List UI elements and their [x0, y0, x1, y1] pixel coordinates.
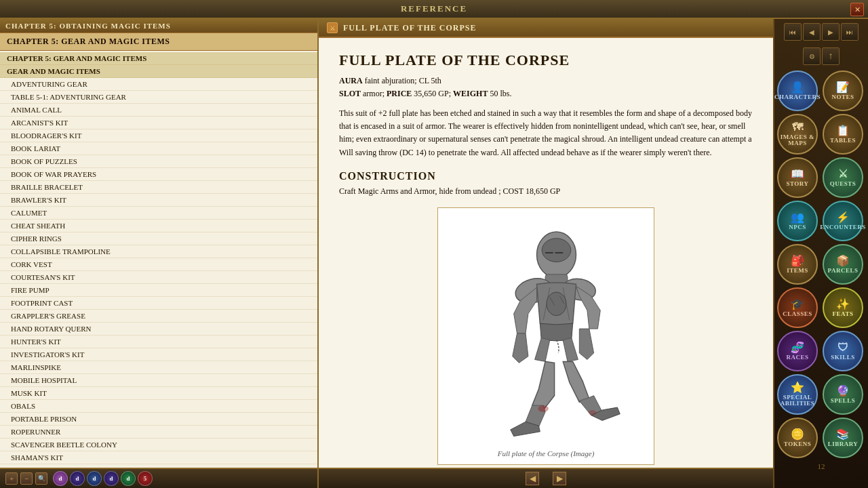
aura-label: AURA	[339, 76, 363, 85]
nav-btn-label: Quests	[830, 181, 856, 187]
sidebar-item[interactable]: FOOTPRINT CAST	[0, 297, 317, 310]
nav-btn-races[interactable]: 🧬Races	[777, 331, 818, 371]
die-5[interactable]: d	[121, 471, 136, 486]
tab-title: FULL PLATE OF THE CORPSE	[343, 23, 476, 33]
item-image-container: Full plate of the Corpse (Image)	[437, 207, 654, 465]
nav-icon: 🔮	[836, 386, 850, 396]
nav-btn-label: Images & Maps	[778, 134, 816, 146]
zoom-out-button[interactable]: −	[20, 472, 33, 485]
nav-btn-characters[interactable]: 👤Characters	[777, 70, 818, 111]
nav-icon: 📋	[836, 125, 850, 136]
nav-btn-label: Tables	[830, 138, 856, 144]
title-bar-text: Reference	[401, 3, 467, 14]
nav-btn-items[interactable]: 🎒Items	[777, 244, 818, 285]
sidebar-item[interactable]: HAND ROTARY QUERN	[0, 323, 317, 336]
close-button[interactable]: ✕	[850, 3, 864, 16]
sidebar-item[interactable]: MOBILE HOSPITAL	[0, 374, 317, 387]
next-button[interactable]: ▶	[553, 472, 566, 485]
sidebar-item[interactable]: CHAPTER 5: GEAR AND MAGIC ITEMS	[0, 52, 317, 65]
right-sidebar: ⏮ ◀ ▶ ⏭ ⚙ ↑ 👤Characters📝Notes🗺Images & M…	[773, 19, 868, 488]
nav-btn-story[interactable]: 📖Story	[777, 157, 818, 198]
nav-btn-feats[interactable]: ✨Feats	[823, 287, 863, 328]
sidebar-item[interactable]: BRAWLER'S KIT	[0, 194, 317, 207]
search-button[interactable]: 🔍	[35, 472, 47, 485]
nav-btn-classes[interactable]: 🎓Classes	[777, 287, 818, 328]
svg-point-14	[589, 410, 597, 415]
tab-icon: ⚔	[327, 22, 338, 33]
nav-btn-skills[interactable]: 🛡Skills	[823, 331, 863, 371]
item-slot: SLOT armor; PRICE 35,650 GP; WEIGHT 50 l…	[339, 89, 753, 99]
top-mini-row-2: ⚙ ↑	[777, 46, 865, 66]
sidebar-item[interactable]: COLLAPSIBLE TRAMPOLINE	[0, 245, 317, 258]
sidebar-item[interactable]: CORK VEST	[0, 258, 317, 271]
aura-value: faint abjuration; CL 5th	[365, 76, 441, 85]
sidebar-list: CHAPTER 5: GEAR AND MAGIC ITEMSGEAR AND …	[0, 51, 317, 468]
construction-text: Craft Magic Arms and Armor, hide from un…	[339, 186, 753, 197]
mini-btn-6[interactable]: ↑	[822, 47, 840, 65]
die-4[interactable]: d	[104, 471, 119, 486]
die-2[interactable]: d	[70, 471, 85, 486]
mini-btn-5[interactable]: ⚙	[803, 47, 821, 65]
mini-btn-4[interactable]: ⏭	[841, 23, 859, 41]
nav-icon: ✨	[836, 299, 850, 310]
nav-btn-images-&-maps[interactable]: 🗺Images & Maps	[777, 114, 818, 155]
slot-value: armor;	[363, 89, 384, 98]
item-title: Full Plate of the Corpse	[339, 52, 753, 69]
sidebar-item[interactable]: MARLINSPIKE	[0, 361, 317, 374]
mini-btn-2[interactable]: ◀	[803, 23, 821, 41]
sidebar-item[interactable]: OBALS	[0, 400, 317, 413]
sidebar-item[interactable]: CHEAT SHEATH	[0, 220, 317, 232]
nav-btn-label: Items	[787, 268, 808, 274]
prev-button[interactable]: ◀	[526, 472, 539, 485]
nav-btn-tables[interactable]: 📋Tables	[823, 114, 863, 155]
nav-btn-label: NPCs	[789, 224, 806, 230]
sidebar-item[interactable]: HUNTER'S KIT	[0, 336, 317, 348]
sidebar-item[interactable]: BRAILLE BRACELET	[0, 181, 317, 194]
nav-btn-parcels[interactable]: 📦Parcels	[823, 244, 863, 285]
sidebar-item[interactable]: SHAMAN'S KIT	[0, 451, 317, 464]
sidebar-item[interactable]: COURTESAN'S KIT	[0, 271, 317, 284]
nav-btn-tokens[interactable]: 🪙Tokens	[777, 418, 818, 458]
sidebar-item[interactable]: BOOK LARIAT	[0, 142, 317, 155]
sidebar-item[interactable]: ANIMAL CALL	[0, 104, 317, 117]
nav-icon: 👥	[791, 212, 805, 223]
nav-btn-quests[interactable]: ⚔Quests	[823, 157, 863, 198]
sidebar-item[interactable]: MUSK KIT	[0, 387, 317, 400]
sidebar-item[interactable]: CALUMET	[0, 207, 317, 220]
die-6[interactable]: 5	[138, 471, 153, 486]
top-mini-row: ⏮ ◀ ▶ ⏭	[777, 22, 865, 42]
mini-btn-1[interactable]: ⏮	[784, 23, 802, 41]
svg-point-10	[547, 292, 566, 316]
nav-btn-label: Story	[786, 181, 808, 187]
sidebar-item[interactable]: BOOK OF PUZZLES	[0, 155, 317, 168]
nav-btn-library[interactable]: 📚Library	[823, 418, 863, 458]
sidebar-item[interactable]: BLOODRAGER'S KIT	[0, 129, 317, 142]
nav-btn-npcs[interactable]: 👥NPCs	[777, 201, 818, 241]
item-description: This suit of +2 full plate has been etch…	[339, 107, 753, 159]
sidebar-item[interactable]: CIPHER RINGS	[0, 232, 317, 245]
sidebar-item[interactable]: FIRE PUMP	[0, 284, 317, 297]
nav-btn-special-abilities[interactable]: ⭐Special Abilities	[777, 374, 818, 415]
sidebar-active-chapter[interactable]: CHAPTER 5: GEAR AND MAGIC ITEMS	[0, 33, 317, 51]
nav-btn-notes[interactable]: 📝Notes	[823, 70, 863, 111]
die-3[interactable]: d	[87, 471, 102, 486]
title-bar: Reference ✕	[0, 0, 868, 19]
zoom-in-button[interactable]: +	[5, 472, 18, 485]
nav-btn-encounters[interactable]: ⚡Encounters	[823, 201, 863, 241]
sidebar-item[interactable]: ARCANIST'S KIT	[0, 117, 317, 129]
sidebar-item[interactable]: GEAR AND MAGIC ITEMS	[0, 65, 317, 78]
sidebar-item[interactable]: TABLE 5-1: ADVENTURING GEAR	[0, 91, 317, 104]
die-1[interactable]: d	[53, 471, 68, 486]
page-number: 12	[777, 461, 865, 472]
sidebar-item[interactable]: PORTABLE PRISON	[0, 413, 317, 426]
mini-btn-3[interactable]: ▶	[822, 23, 840, 41]
nav-btn-spells[interactable]: 🔮Spells	[823, 374, 863, 415]
sidebar-item[interactable]: BOOK OF WAR PRAYERS	[0, 168, 317, 181]
sidebar-item[interactable]: SCAVENGER BEETLE COLONY	[0, 439, 317, 451]
item-aura: AURA faint abjuration; CL 5th	[339, 76, 753, 86]
sidebar-item[interactable]: GRAPPLER'S GREASE	[0, 310, 317, 323]
sidebar-item[interactable]: INVESTIGATOR'S KIT	[0, 348, 317, 361]
sidebar-item[interactable]: ADVENTURING GEAR	[0, 78, 317, 91]
svg-point-13	[538, 405, 548, 412]
sidebar-item[interactable]: ROPERUNNER	[0, 426, 317, 439]
